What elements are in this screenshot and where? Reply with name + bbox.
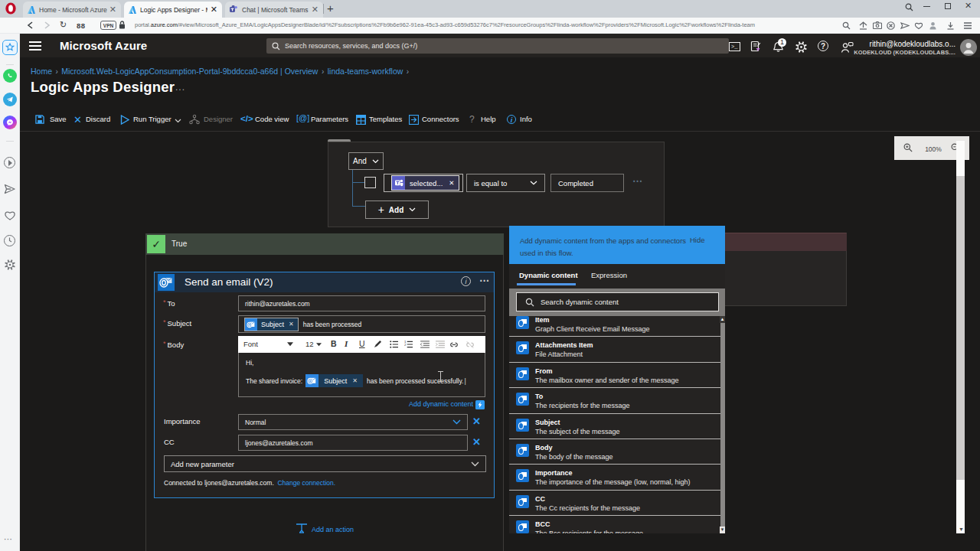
svg-text:2: 2 — [404, 343, 407, 347]
